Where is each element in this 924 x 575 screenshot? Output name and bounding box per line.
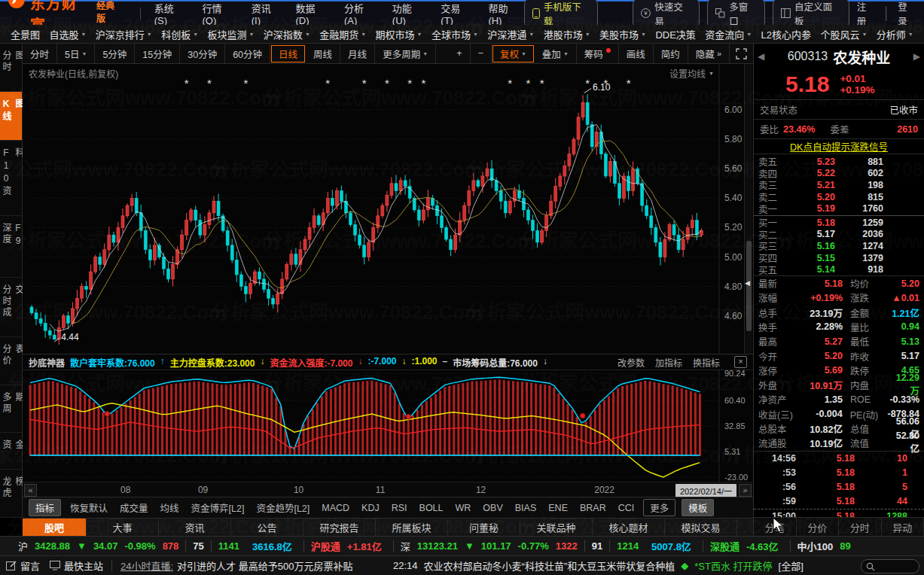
info-tab[interactable]: 股吧 — [23, 519, 87, 536]
indicator-tab[interactable]: 资金博弈[L2] — [185, 500, 251, 515]
tick-tab[interactable]: 分价 — [797, 518, 840, 536]
nav-item[interactable]: 港股市场▼ — [544, 27, 590, 41]
info-tab[interactable]: 公告 — [231, 519, 303, 536]
sidebar-item[interactable]: 分价表 — [0, 337, 22, 385]
indicator-tab[interactable]: MACD — [316, 503, 355, 513]
chart-tool-button[interactable]: 画线 ▼ » — [619, 44, 654, 63]
nav-item[interactable]: 板块监测▼ — [208, 27, 255, 41]
scroll-right-button[interactable]: » — [739, 484, 752, 497]
menu-item[interactable]: 分析(A) — [341, 0, 380, 28]
menu-item[interactable]: 帮助(H) — [485, 0, 524, 28]
indicator-tab[interactable]: 成交量 — [114, 500, 154, 515]
tick-tab[interactable]: 分时 — [839, 518, 882, 536]
period-tab[interactable]: 5日▼ — [57, 44, 95, 63]
fastest-site-link[interactable]: 最快主站 — [64, 558, 103, 573]
zhongxiao100-label[interactable]: 中小100 — [797, 539, 834, 553]
indicator-tab[interactable]: 恢复默认 — [64, 500, 114, 515]
indicator-tab[interactable]: BOLL — [413, 503, 450, 513]
chart-tool-button[interactable]: 叠加 ▼ » — [535, 44, 577, 63]
nav-item[interactable]: 自选股▼ — [49, 27, 86, 41]
indicator-tab[interactable]: CCI — [612, 503, 641, 513]
sidebar-item[interactable]: 龙虎榜 — [0, 470, 22, 518]
register-link[interactable]: 注册 — [857, 0, 876, 28]
nav-item[interactable]: 个股风云▼ — [820, 27, 867, 41]
indicator-action-button[interactable]: 改参数 — [618, 356, 645, 369]
chart-tool-button[interactable]: 简约 ▼ » — [654, 44, 688, 63]
sidebar-item[interactable]: F10资料 — [0, 141, 22, 215]
period-tab[interactable]: 5分钟▼ — [95, 44, 135, 63]
indicator-tab[interactable]: 模板 — [682, 499, 714, 516]
sidebar-item[interactable]: 分时图 — [0, 44, 22, 92]
indicator-tab[interactable]: BIAS — [509, 503, 543, 513]
chart-tool-button[interactable]: 筹码 ▼ » — [577, 44, 619, 63]
headline-1[interactable]: 对引进的人才 最高给予500万元房票补贴 — [177, 558, 352, 573]
period-tab[interactable]: 30分钟▼ — [180, 44, 225, 63]
search-input[interactable] — [861, 559, 919, 573]
chart-tool-button[interactable]: 隐藏 ▼ » — [688, 44, 730, 63]
info-tab[interactable]: 资讯 — [159, 519, 231, 536]
indicator-tab[interactable]: 均线 — [154, 500, 185, 515]
period-tab[interactable]: 月线▼ — [340, 44, 375, 63]
prev-stock-button[interactable]: ◀ — [758, 51, 764, 62]
all-news-link[interactable]: [全部] — [779, 558, 804, 573]
indicator-tab[interactable]: OBV — [477, 503, 508, 513]
sidebar-item[interactable]: 资金 — [0, 433, 22, 470]
headline-2[interactable]: 农业农村部启动冬小麦“科技壮苗”和大豆玉米带状复合种植 — [424, 558, 675, 573]
indicator-chart[interactable]: 90.2460.4032.855.31-23.00 — [23, 370, 753, 482]
collapse-panel-handle[interactable]: ◀ — [745, 279, 750, 287]
period-tab[interactable]: 周线▼ — [306, 44, 340, 63]
indicator-tab[interactable]: 更多 — [643, 499, 675, 516]
fullscreen-icon[interactable] — [736, 48, 747, 59]
indicator-tab[interactable]: 资金趋势[L2] — [250, 500, 316, 515]
stock-alert-link[interactable]: *ST西水 打开跌停 — [694, 558, 772, 573]
info-tab[interactable]: 大事 — [87, 519, 159, 536]
nav-item[interactable]: DDE决策▼ — [655, 27, 695, 41]
menu-item[interactable]: 行情(Q) — [199, 0, 238, 28]
sz-index-label[interactable]: 深 — [401, 539, 410, 553]
period-tab[interactable]: 15分钟▼ — [135, 44, 180, 63]
indicator-tab[interactable]: RSI — [386, 503, 413, 513]
sidebar-item[interactable]: 深度F9 — [0, 216, 22, 278]
menu-item[interactable]: 交易(T) — [438, 0, 475, 28]
chart-tool-button[interactable]: 复权 ▼ » — [492, 45, 534, 62]
chart-tool-button[interactable]: − ▼ » — [471, 44, 492, 63]
close-icon[interactable]: × — [734, 356, 747, 368]
info-tab[interactable]: 所属板块 — [376, 519, 448, 536]
nav-item[interactable]: 沪深京排行▼ — [96, 27, 152, 41]
dk-signal-link[interactable]: DK点自动提示涨跌信号 — [790, 139, 888, 154]
menu-item[interactable]: 数据(D) — [293, 0, 332, 28]
menu-item[interactable]: 资讯(I) — [249, 0, 283, 28]
tick-tab[interactable]: 异动 — [882, 518, 924, 536]
nav-item[interactable]: 分析师▼ — [877, 27, 913, 41]
info-tab[interactable]: 研究报告 — [303, 519, 376, 536]
info-tab[interactable]: 关联品种 — [520, 519, 593, 536]
nav-item[interactable]: 美股市场▼ — [599, 27, 646, 41]
nav-item[interactable]: 金融期货▼ — [319, 27, 366, 41]
scroll-left-button[interactable]: « — [24, 484, 37, 497]
info-tab[interactable]: 模拟交易 — [665, 519, 737, 536]
nav-item[interactable]: 期权市场▼ — [376, 27, 422, 41]
period-tab[interactable]: 60分钟▼ — [225, 44, 270, 63]
menu-item[interactable]: 系统(S) — [151, 0, 190, 28]
login-link[interactable]: 登录 — [898, 0, 916, 28]
next-stock-button[interactable]: ▶ — [913, 51, 920, 62]
kline-chart[interactable]: 6.005.805.605.405.205.004.804.60********… — [23, 64, 753, 354]
sidebar-item[interactable]: 多周期 — [0, 385, 22, 434]
nav-item[interactable]: 全球市场▼ — [432, 27, 478, 41]
indicator-tab[interactable]: ENE — [542, 503, 574, 513]
nav-item[interactable]: 沪深港通▼ — [487, 27, 534, 41]
sidebar-item[interactable]: 分时成交 — [0, 278, 22, 337]
nav-item[interactable]: 全景图▼ — [11, 27, 40, 41]
period-tab[interactable]: 日线▼ — [271, 45, 305, 62]
info-tab[interactable]: 问董秘 — [448, 519, 520, 536]
sh-index-label[interactable]: 沪 — [18, 539, 28, 553]
sidebar-item[interactable]: K线图 — [0, 92, 22, 141]
menu-item[interactable]: 功能(U) — [389, 0, 428, 28]
indicator-action-button[interactable]: 换指标 — [693, 356, 720, 369]
info-tab[interactable]: 核心题材 — [593, 519, 665, 536]
period-tab[interactable]: 更多周期▼ — [375, 44, 436, 63]
period-tab[interactable]: 分时▼ — [23, 44, 57, 63]
indicator-tab[interactable]: 指标 — [29, 499, 61, 516]
nav-item[interactable]: 科创板▼ — [161, 27, 198, 41]
nav-item[interactable]: L2核心内参▼ — [761, 27, 811, 41]
